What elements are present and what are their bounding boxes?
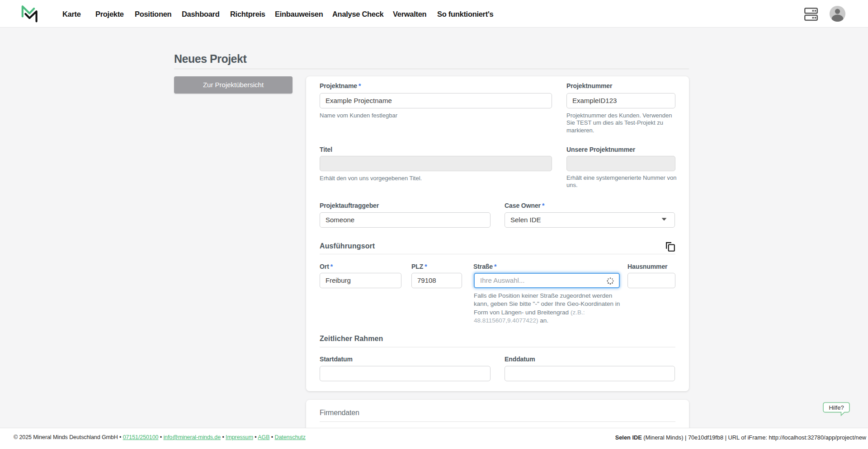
svg-text:Hilfe?: Hilfe? (829, 404, 844, 411)
